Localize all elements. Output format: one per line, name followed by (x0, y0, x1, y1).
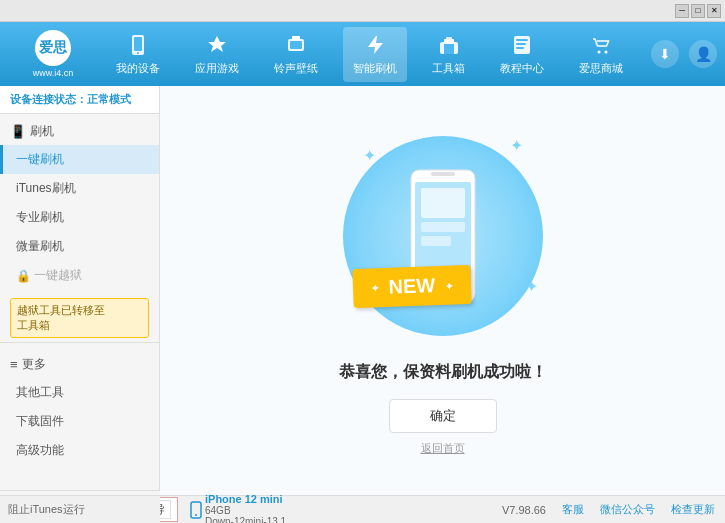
sidebar-item-download-firmware[interactable]: 下载固件 (0, 407, 159, 436)
bottom-right: V7.98.66 客服 微信公众号 检查更新 (502, 502, 715, 517)
svg-rect-21 (421, 222, 465, 232)
svg-rect-4 (290, 41, 302, 49)
minimize-button[interactable]: ─ (675, 4, 689, 18)
nav-tutorials-label: 教程中心 (500, 61, 544, 76)
connection-status: 设备连接状态：正常模式 (0, 86, 159, 114)
ringtones-icon (284, 33, 308, 57)
maximize-button[interactable]: □ (691, 4, 705, 18)
smart-flash-icon (363, 33, 387, 57)
sparkle-bottom-right: ✦ (525, 277, 538, 296)
nav-ringtones-label: 铃声壁纸 (274, 61, 318, 76)
new-badge: NEW (352, 264, 471, 307)
nav-toolbox[interactable]: 工具箱 (422, 27, 475, 82)
itunes-bottom: 阻止iTunes运行 (0, 495, 160, 523)
sidebar-item-other-tools[interactable]: 其他工具 (0, 378, 159, 407)
more-section-icon: ≡ (10, 357, 18, 372)
top-nav: 爱思 www.i4.cn 我的设备 应用游戏 (0, 22, 725, 86)
apps-games-icon (205, 33, 229, 57)
download-button[interactable]: ⬇ (651, 40, 679, 68)
sparkle-top-right: ✦ (510, 136, 523, 155)
flash-section-icon: 📱 (10, 124, 26, 139)
wechat-link[interactable]: 微信公众号 (600, 502, 655, 517)
toolbox-icon (437, 33, 461, 57)
nav-apps-label: 应用游戏 (195, 61, 239, 76)
close-button[interactable]: ✕ (707, 4, 721, 18)
svg-rect-18 (431, 172, 455, 176)
my-device-icon (126, 33, 150, 57)
nav-smart-flash[interactable]: 智能刷机 (343, 27, 407, 82)
device-name: iPhone 12 mini (205, 493, 286, 505)
device-info-area: iPhone 12 mini 64GB Down-12mini-13.1 (190, 493, 286, 524)
svg-point-2 (137, 52, 139, 54)
back-home-link[interactable]: 返回首页 (421, 441, 465, 456)
more-section: ≡ 更多 其他工具 下载固件 高级功能 (0, 347, 159, 469)
device-ios: Down-12mini-13.1 (205, 516, 286, 524)
nav-shop-label: 爱思商城 (579, 61, 623, 76)
sidebar-item-itunes-flash[interactable]: iTunes刷机 (0, 174, 159, 203)
nav-ringtones[interactable]: 铃声壁纸 (264, 27, 328, 82)
check-update-link[interactable]: 检查更新 (671, 502, 715, 517)
nav-my-device-label: 我的设备 (116, 61, 160, 76)
sparkle-top-left: ✦ (363, 146, 376, 165)
svg-rect-9 (446, 37, 452, 41)
itunes-button[interactable]: 阻止iTunes运行 (8, 502, 85, 517)
logo-area: 爱思 www.i4.cn (8, 30, 98, 78)
nav-items: 我的设备 应用游戏 铃声壁纸 (98, 27, 641, 82)
sidebar-item-pro-flash[interactable]: 专业刷机 (0, 203, 159, 232)
window-controls[interactable]: ─ □ ✕ (675, 4, 721, 18)
logo-text: www.i4.cn (33, 68, 74, 78)
jailbreak-notice: 越狱工具已转移至工具箱 (10, 298, 149, 338)
sidebar-item-advanced[interactable]: 高级功能 (0, 436, 159, 465)
sidebar-item-jailbreak: 🔒 一键越狱 (0, 261, 159, 290)
svg-rect-11 (516, 39, 528, 41)
device-info: iPhone 12 mini 64GB Down-12mini-13.1 (205, 493, 286, 524)
shop-icon (589, 33, 613, 57)
sidebar: 设备连接状态：正常模式 📱 刷机 一键刷机 iTunes刷机 专业刷机 微量刷机… (0, 86, 160, 495)
svg-rect-12 (516, 43, 526, 45)
main-area: 设备连接状态：正常模式 📱 刷机 一键刷机 iTunes刷机 专业刷机 微量刷机… (0, 86, 725, 495)
customer-service-link[interactable]: 客服 (562, 502, 584, 517)
device-storage: 64GB (205, 505, 286, 516)
user-button[interactable]: 👤 (689, 40, 717, 68)
svg-rect-5 (292, 36, 300, 40)
svg-rect-20 (421, 188, 465, 218)
svg-point-14 (598, 50, 601, 53)
confirm-button[interactable]: 确定 (389, 399, 497, 433)
sidebar-divider (0, 342, 159, 343)
svg-rect-1 (134, 37, 142, 51)
nav-right-buttons: ⬇ 👤 (651, 40, 717, 68)
device-small-icon (190, 501, 202, 519)
content-area: ✦ ✦ ✦ NEW 恭喜您，保资料刷机成功啦！ 确定 返回首页 (160, 86, 725, 495)
nav-shop[interactable]: 爱思商城 (569, 27, 633, 82)
flash-section-header: 📱 刷机 (0, 118, 159, 145)
svg-point-24 (195, 514, 197, 516)
nav-my-device[interactable]: 我的设备 (106, 27, 170, 82)
tutorials-icon (510, 33, 534, 57)
sidebar-item-one-key-flash[interactable]: 一键刷机 (0, 145, 159, 174)
success-illustration: ✦ ✦ ✦ NEW (333, 126, 553, 346)
more-section-header: ≡ 更多 (0, 351, 159, 378)
flash-section: 📱 刷机 一键刷机 iTunes刷机 专业刷机 微量刷机 🔒 一键越狱 (0, 114, 159, 294)
svg-point-15 (605, 50, 608, 53)
svg-rect-13 (516, 47, 524, 49)
nav-tutorials[interactable]: 教程中心 (490, 27, 554, 82)
success-text: 恭喜您，保资料刷机成功啦！ (339, 362, 547, 383)
title-bar: ─ □ ✕ (0, 0, 725, 22)
nav-smart-flash-label: 智能刷机 (353, 61, 397, 76)
logo-icon: 爱思 (35, 30, 71, 66)
svg-rect-22 (421, 236, 451, 246)
nav-toolbox-label: 工具箱 (432, 61, 465, 76)
version-label: V7.98.66 (502, 504, 546, 516)
sidebar-item-micro-flash[interactable]: 微量刷机 (0, 232, 159, 261)
nav-apps-games[interactable]: 应用游戏 (185, 27, 249, 82)
